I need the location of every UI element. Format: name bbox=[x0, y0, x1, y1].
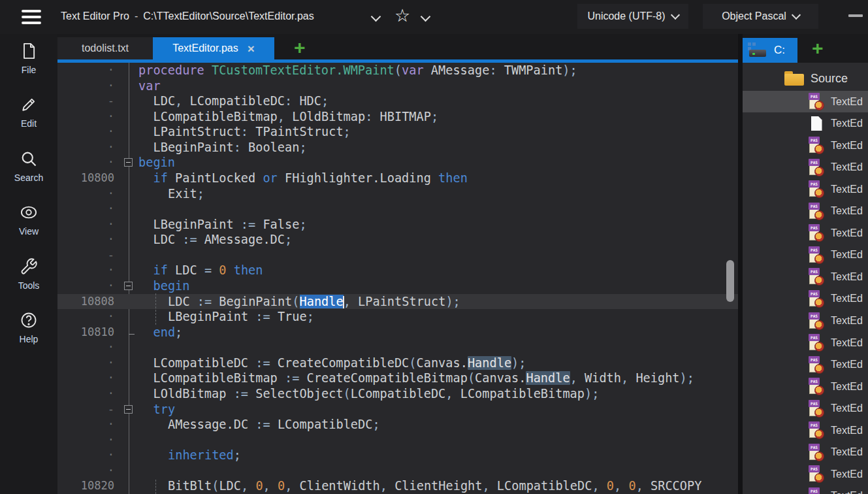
sidebar-item-help[interactable]: Help bbox=[0, 311, 57, 350]
gutter-line-number[interactable]: · bbox=[57, 124, 114, 140]
new-tab-button[interactable]: + bbox=[294, 38, 306, 58]
code-line[interactable]: ·inherited; bbox=[57, 448, 738, 463]
tree-folder-source[interactable]: Source bbox=[743, 67, 868, 90]
code-line[interactable]: · bbox=[57, 201, 738, 217]
tree-file-item[interactable]: PASTextEd bbox=[743, 376, 868, 397]
tab-texteditor-active[interactable]: TextEditor.pas × bbox=[153, 37, 274, 59]
drive-tab-c[interactable]: C: bbox=[743, 38, 797, 63]
gutter-line-number[interactable]: · bbox=[57, 386, 114, 402]
code-line[interactable]: ·LBeginPaint := True; bbox=[57, 309, 738, 325]
minimize-button[interactable] bbox=[848, 14, 863, 17]
code-line[interactable]: · bbox=[57, 433, 738, 448]
sidebar-item-tools[interactable]: Tools bbox=[0, 257, 57, 297]
tree-file-item[interactable]: TextEd bbox=[743, 113, 868, 135]
gutter-line-number[interactable]: 10820 bbox=[57, 478, 114, 494]
add-explorer-tab-button[interactable]: + bbox=[812, 39, 824, 58]
code-line[interactable]: ·if LDC = 0 then bbox=[57, 263, 738, 278]
tree-file-item[interactable]: PASTextEd bbox=[743, 91, 868, 112]
code-line[interactable]: 10820BitBlt(LDC, 0, 0, ClientWidth, Clie… bbox=[57, 478, 738, 494]
close-icon[interactable]: × bbox=[248, 42, 255, 55]
fold-collapse-icon[interactable] bbox=[124, 405, 133, 414]
gutter-line-number[interactable]: - bbox=[57, 402, 114, 418]
code-line[interactable]: · bbox=[57, 463, 738, 479]
language-dropdown[interactable]: Object Pascal bbox=[703, 4, 818, 29]
tree-file-item[interactable]: PASTextEd bbox=[743, 332, 868, 354]
code-line[interactable]: ·procedure TCustomTextEditor.WMPaint(var… bbox=[57, 63, 738, 78]
editor-vertical-scrollbar-thumb[interactable] bbox=[726, 260, 734, 302]
sidebar-item-search[interactable]: Search bbox=[0, 150, 57, 189]
tree-file-item[interactable]: PASTextEd bbox=[743, 244, 868, 266]
code-line[interactable]: ·Exit; bbox=[57, 186, 738, 202]
code-line[interactable]: ·LPaintStruct: TPaintStruct; bbox=[57, 124, 738, 140]
code-editor[interactable]: ·procedure TCustomTextEditor.WMPaint(var… bbox=[57, 63, 738, 494]
tree-file-item[interactable]: PASTextEd bbox=[743, 222, 868, 244]
sidebar-item-view[interactable]: View bbox=[0, 203, 57, 242]
gutter-line-number[interactable]: · bbox=[57, 140, 114, 156]
code-line[interactable]: ·LBeginPaint := False; bbox=[57, 217, 738, 233]
tree-file-item[interactable]: PASTextEd bbox=[743, 354, 868, 376]
gutter-line-number[interactable]: · bbox=[57, 463, 114, 479]
code-line[interactable]: ·LOldBitmap := SelectObject(LCompatibleD… bbox=[57, 386, 738, 402]
code-line[interactable]: -LDC, LCompatibleDC: HDC; bbox=[57, 93, 738, 109]
tree-file-item[interactable]: PASTextEd bbox=[743, 310, 868, 332]
fold-collapse-icon[interactable] bbox=[124, 282, 133, 290]
gutter-line-number[interactable]: · bbox=[57, 232, 114, 248]
gutter-line-number[interactable]: · bbox=[57, 448, 114, 463]
tab-todolist[interactable]: todolist.txt bbox=[57, 37, 153, 59]
gutter-line-number[interactable]: · bbox=[57, 155, 114, 171]
gutter-line-number[interactable]: · bbox=[57, 370, 114, 386]
gutter-line-number[interactable]: · bbox=[57, 263, 114, 278]
gutter-line-number[interactable]: · bbox=[57, 355, 114, 371]
gutter-line-number[interactable]: · bbox=[57, 217, 114, 233]
code-line[interactable]: ·begin bbox=[57, 155, 738, 171]
tree-file-item[interactable]: PASTextEd bbox=[743, 157, 868, 178]
encoding-dropdown[interactable]: Unicode (UTF-8) bbox=[577, 4, 688, 29]
gutter-line-number[interactable]: · bbox=[57, 186, 114, 202]
code-line[interactable]: ·LDC := AMessage.DC; bbox=[57, 232, 738, 248]
gutter-line-number[interactable]: 10800 bbox=[57, 171, 114, 186]
recent-files-chevron-down-icon[interactable] bbox=[371, 12, 381, 22]
code-line[interactable]: ·LCompatibleDC := CreateCompatibleDC(Can… bbox=[57, 355, 738, 371]
tree-file-item[interactable]: PASTextEd bbox=[743, 201, 868, 222]
tree-file-item[interactable]: PASTextEd bbox=[743, 486, 868, 494]
code-line[interactable]: · bbox=[57, 340, 738, 355]
tree-file-item[interactable]: PASTextEd bbox=[743, 178, 868, 200]
sidebar-item-file[interactable]: File bbox=[0, 42, 57, 81]
favorites-star-icon[interactable]: ☆ bbox=[394, 5, 410, 26]
gutter-line-number[interactable]: · bbox=[57, 278, 114, 294]
code-line[interactable]: - bbox=[57, 248, 738, 263]
hamburger-menu-icon[interactable] bbox=[22, 10, 41, 25]
tree-file-item[interactable]: PASTextEd bbox=[743, 463, 868, 485]
gutter-line-number[interactable]: · bbox=[57, 417, 114, 433]
gutter-line-number[interactable]: · bbox=[57, 63, 114, 78]
favorites-chevron-down-icon[interactable] bbox=[421, 12, 431, 22]
sidebar-item-edit[interactable]: Edit bbox=[0, 95, 57, 135]
code-line[interactable]: ·LCompatibleBitmap, LOldBitmap: HBITMAP; bbox=[57, 109, 738, 125]
gutter-line-number[interactable]: · bbox=[57, 433, 114, 448]
gutter-line-number[interactable]: - bbox=[57, 93, 114, 109]
code-line[interactable]: ·begin bbox=[57, 278, 738, 294]
code-line[interactable]: ·LCompatibleBitmap := CreateCompatibleBi… bbox=[57, 370, 738, 386]
code-line[interactable]: ·AMessage.DC := LCompatibleDC; bbox=[57, 417, 738, 433]
code-line[interactable]: 10810end; bbox=[57, 325, 738, 340]
code-line[interactable]: 10808LDC := BeginPaint(Handle, LPaintStr… bbox=[57, 294, 738, 310]
gutter-line-number[interactable]: · bbox=[57, 340, 114, 355]
gutter-line-number[interactable]: · bbox=[57, 78, 114, 94]
tree-file-item[interactable]: PASTextEd bbox=[743, 442, 868, 463]
tree-file-item[interactable]: PASTextEd bbox=[743, 288, 868, 310]
gutter-line-number[interactable]: 10808 bbox=[57, 294, 114, 310]
tree-file-item[interactable]: PASTextEd bbox=[743, 266, 868, 288]
code-line[interactable]: ·var bbox=[57, 78, 738, 94]
tree-file-item[interactable]: PASTextEd bbox=[743, 135, 868, 156]
code-line[interactable]: 10800if PaintLocked or FHighlighter.Load… bbox=[57, 171, 738, 186]
tree-file-item[interactable]: PASTextEd bbox=[743, 420, 868, 441]
gutter-line-number[interactable]: · bbox=[57, 309, 114, 325]
fold-collapse-icon[interactable] bbox=[124, 158, 133, 167]
gutter-line-number[interactable]: · bbox=[57, 201, 114, 217]
gutter-line-number[interactable]: · bbox=[57, 109, 114, 125]
gutter-line-number[interactable]: 10810 bbox=[57, 325, 114, 340]
tree-file-item[interactable]: PASTextEd bbox=[743, 398, 868, 420]
gutter-line-number[interactable]: - bbox=[57, 248, 114, 263]
code-line[interactable]: ·LBeginPaint: Boolean; bbox=[57, 140, 738, 156]
code-line[interactable]: -try bbox=[57, 402, 738, 418]
